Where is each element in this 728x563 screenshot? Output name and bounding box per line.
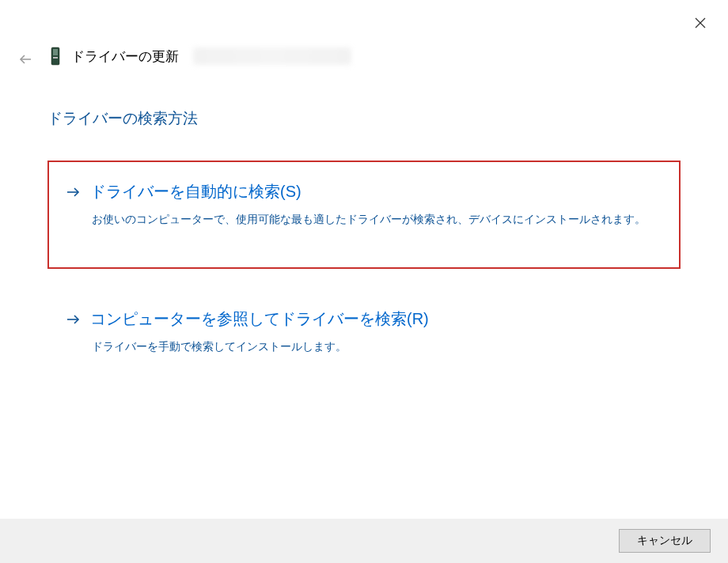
option-header: コンピューターを参照してドライバーを検索(R) — [66, 308, 662, 330]
svg-rect-4 — [53, 49, 58, 55]
device-icon — [47, 46, 63, 66]
arrow-right-icon — [66, 187, 81, 198]
back-arrow-icon — [18, 52, 32, 66]
dialog-header: ドライバーの更新 — [47, 46, 351, 66]
dialog-title: ドライバーの更新 — [71, 47, 179, 66]
device-name-redacted — [193, 47, 351, 65]
close-icon — [695, 17, 706, 28]
back-button[interactable] — [16, 50, 35, 69]
cancel-button[interactable]: キャンセル — [619, 529, 711, 553]
option-browse-computer[interactable]: コンピューターを参照してドライバーを検索(R) ドライバーを手動で検索してインス… — [47, 291, 681, 372]
option-auto-search[interactable]: ドライバーを自動的に検索(S) お使いのコンピューターで、使用可能な最も適したド… — [47, 161, 681, 269]
option-description: ドライバーを手動で検索してインストールします。 — [92, 338, 662, 355]
section-title: ドライバーの検索方法 — [47, 108, 198, 129]
dialog-footer: キャンセル — [0, 519, 728, 563]
option-header: ドライバーを自動的に検索(S) — [66, 181, 662, 202]
option-title: コンピューターを参照してドライバーを検索(R) — [90, 308, 429, 330]
option-title: ドライバーを自動的に検索(S) — [90, 181, 301, 202]
options-container: ドライバーを自動的に検索(S) お使いのコンピューターで、使用可能な最も適したド… — [47, 161, 681, 395]
close-button[interactable] — [688, 11, 712, 35]
svg-rect-5 — [53, 57, 58, 59]
option-description: お使いのコンピューターで、使用可能な最も適したドライバーが検索され、デバイスにイ… — [92, 210, 662, 228]
arrow-right-icon — [66, 314, 81, 325]
